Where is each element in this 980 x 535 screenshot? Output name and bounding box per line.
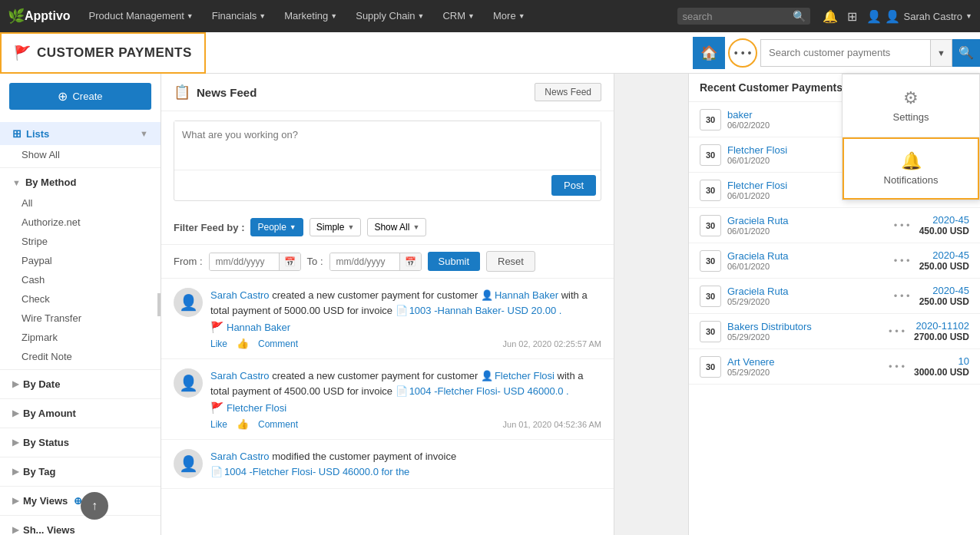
activity-customer-link-2[interactable]: Fletcher Flosi [227,402,286,414]
flag-icon-2: 🚩 [210,401,223,414]
post-input[interactable] [174,121,601,167]
module-search-go-button[interactable]: 🔍 [952,39,980,67]
sidebar-method-zipmark[interactable]: Zipmark [0,328,161,347]
my-views-arrow-icon: ▶ [12,496,18,506]
payment-more-8[interactable]: • • • [889,361,905,372]
invoice-link-3[interactable]: 1004 -Fletcher Flosi- USD 46000.0 for th… [224,464,409,480]
activity-customer-link-1[interactable]: Hannah Baker [227,322,290,333]
to-calendar-icon[interactable]: 📅 [399,253,421,270]
payment-more-5[interactable]: • • • [894,255,910,266]
search-dropdown-button[interactable]: ▼ [930,40,952,66]
payment-more-6[interactable]: • • • [894,290,910,302]
invoice-link-1[interactable]: 1003 -Hannah Baker- USD 20.00 . [409,303,562,319]
from-calendar-icon[interactable]: 📅 [279,253,300,270]
post-footer: Post [174,170,601,200]
sidebar-method-authorize[interactable]: Authorize.net [0,213,161,232]
sidebar-method-all[interactable]: All [0,193,161,213]
payment-customer-6[interactable]: Graciela Ruta [727,286,885,297]
invoice-link-2[interactable]: 1004 -Fletcher Flosi- USD 46000.0 . [409,384,569,399]
customer-icon-2: 👤 [481,368,493,384]
activity-user-link-3[interactable]: Sarah Castro [210,451,270,462]
activity-user-link-1[interactable]: Sarah Castro [210,289,270,301]
people-filter-select[interactable]: People ▼ [250,218,303,236]
home-button[interactable]: 🏠 [693,37,725,69]
global-search-input[interactable] [682,11,790,22]
payment-invoice-7[interactable]: 2020-11102 [914,320,969,332]
activity-item-3: 👤 Sarah Castro modified the customer pay… [161,440,614,489]
by-date-arrow-icon: ▶ [12,379,18,389]
settings-popup-item[interactable]: ⚙ Settings [843,74,979,137]
to-date-input: 📅 [329,253,422,271]
nav-more[interactable]: More ▼ [485,0,533,32]
customer-link-1[interactable]: Hannah Baker [495,288,558,303]
global-search-icon[interactable]: 🔍 [793,10,806,22]
more-options-button[interactable]: • • • [728,38,757,68]
show-all-label: Show All [22,149,60,160]
like-link-1[interactable]: Like [210,339,227,349]
cal-icon-8: 30 [700,356,721,378]
create-button[interactable]: ⊕ Create [9,83,151,110]
comment-link-2[interactable]: Comment [258,419,298,430]
payment-invoice-8[interactable]: 10 [914,355,969,367]
sidebar-method-wire[interactable]: Wire Transfer [0,309,161,328]
to-date-field[interactable] [330,253,399,270]
news-feed-tab[interactable]: News Feed [535,83,601,101]
like-link-2[interactable]: Like [210,419,227,430]
payment-customer-4[interactable]: Graciela Ruta [727,215,885,226]
nav-financials[interactable]: Financials ▼ [204,0,273,32]
by-amount-group[interactable]: ▶ By Amount [0,402,161,424]
payment-more-4[interactable]: • • • [894,220,910,231]
contacts-icon[interactable]: 👤 [866,9,882,24]
sidebar: ⊕ Create ⊞ Lists ▼ Show All ▼ By Method … [0,74,161,535]
customer-link-2[interactable]: Fletcher Flosi [495,368,555,384]
by-method-group[interactable]: ▼ By Method [0,171,161,193]
simple-filter-label: Simple [316,222,345,233]
from-date-field[interactable] [210,253,279,270]
payment-invoice-4[interactable]: 2020-45 [919,214,969,226]
shared-views-arrow-icon: ▶ [12,525,18,535]
payment-customer-8[interactable]: Art Venere [727,356,879,368]
simple-filter-select[interactable]: Simple ▼ [310,218,362,236]
by-status-group[interactable]: ▶ By Status [0,431,161,454]
bell-icon[interactable]: 🔔 [823,9,838,24]
shared-views-group[interactable]: ▶ Sh... Views [0,519,161,535]
payment-invoice-6[interactable]: 2020-45 [919,285,969,296]
nav-arrow-icon: ▼ [259,0,266,32]
sidebar-lists-item[interactable]: ⊞ Lists ▼ [0,122,161,145]
by-method-label: By Method [25,177,76,188]
sidebar-method-credit[interactable]: Credit Note [0,347,161,366]
notifications-popup-item[interactable]: 🔔 Notifications [843,137,979,200]
post-button[interactable]: Post [551,175,596,196]
payment-invoice-5[interactable]: 2020-45 [919,249,969,261]
payment-customer-5[interactable]: Graciela Ruta [727,250,885,262]
by-method-arrow-icon: ▼ [12,178,21,187]
activity-user-link-2[interactable]: Sarah Castro [210,370,270,381]
submit-button[interactable]: Submit [428,252,480,271]
scroll-to-bottom-button[interactable]: ↑ [81,492,108,520]
nav-marketing[interactable]: Marketing ▼ [276,0,345,32]
sidebar-method-paypal[interactable]: Paypal [0,251,161,270]
comment-link-1[interactable]: Comment [258,339,298,349]
payment-amount-8: 3000.00 USD [914,367,969,378]
app-logo[interactable]: 🌿 Apptivo [8,8,71,25]
reset-button[interactable]: Reset [486,251,535,272]
sidebar-show-all[interactable]: Show All [0,145,161,164]
nav-product-management[interactable]: Product Management ▼ [81,0,201,32]
payment-date-7: 05/29/2020 [727,332,879,342]
activity-item-1: 👤 Sarah Castro created a new customer pa… [161,279,614,359]
apps-icon[interactable]: ⊞ [847,9,857,24]
nav-crm[interactable]: CRM ▼ [435,0,482,32]
module-search-input[interactable] [761,47,930,58]
by-tag-group[interactable]: ▶ By Tag [0,461,161,483]
sidebar-method-cash[interactable]: Cash [0,270,161,289]
payment-more-7[interactable]: • • • [889,325,905,337]
payment-customer-7[interactable]: Bakers Distributors [727,321,879,332]
thumbs-up-icon-2: 👍 [237,418,249,430]
user-menu[interactable]: 👤 Sarah Castro ▼ [885,9,972,24]
sidebar-method-check[interactable]: Check [0,289,161,309]
sidebar-method-stripe[interactable]: Stripe [0,232,161,251]
showall-filter-select[interactable]: Show All ▼ [367,218,426,236]
by-date-group[interactable]: ▶ By Date [0,373,161,395]
my-views-label: My Views [23,495,68,507]
nav-supply-chain[interactable]: Supply Chain ▼ [348,0,432,32]
